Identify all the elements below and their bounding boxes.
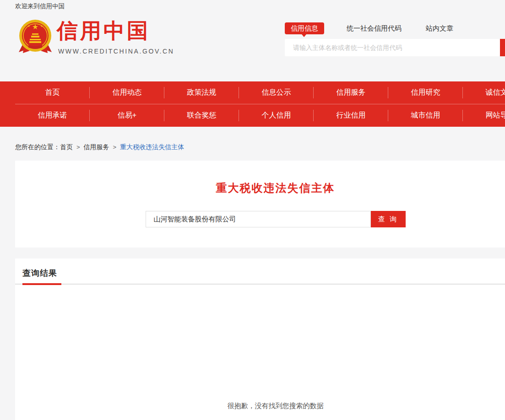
nav-item-joint-reward-punishment[interactable]: 联合奖惩 [164,104,239,127]
header-search-box [285,39,500,56]
breadcrumb-separator: > [76,144,80,151]
site-name: 信用中国 [57,20,150,41]
nav-item-personal-credit[interactable]: 个人信用 [239,104,314,127]
nav-item-credit-services[interactable]: 信用服务 [314,81,388,104]
nav-item-site-navigation[interactable]: 网站导航 [463,104,505,127]
nav-item-credit-news[interactable]: 信用动态 [90,81,164,104]
content-area: 您所在的位置：首页>信用服务>重大税收违法失信主体 重大税收违法失信主体 查 询… [0,127,505,420]
nav-row-1: 首页 信用动态 政策法规 信息公示 信用服务 信用研究 诚信文化 [0,81,505,104]
results-heading: 查询结果 [22,268,505,279]
header-search-input[interactable] [285,39,500,56]
nav-item-home[interactable]: 首页 [15,81,90,104]
nav-item-policy-regulations[interactable]: 政策法规 [164,81,239,104]
breadcrumb-credit-services-link[interactable]: 信用服务 [84,143,109,151]
main-nav: 首页 信用动态 政策法规 信息公示 信用服务 信用研究 诚信文化 信用承诺 信易… [0,81,505,127]
site-url: WWW.CREDITCHINA.GOV.CN [58,48,174,55]
breadcrumb-prefix: 您所在的位置： [15,143,60,151]
welcome-text: 欢迎来到信用中国 [0,0,505,13]
tab-site-articles[interactable]: 站内文章 [426,22,453,34]
results-heading-bar: 查询结果 [15,258,505,285]
results-panel: 查询结果 很抱歉，没有找到您搜索的数据 [15,258,505,420]
query-search-input[interactable] [146,211,371,227]
site-header: 信用中国 WWW.CREDITCHINA.GOV.CN 信用信息 统一社会信用代… [0,13,505,81]
tab-credit-info[interactable]: 信用信息 [285,22,324,34]
breadcrumb: 您所在的位置：首页>信用服务>重大税收违法失信主体 [0,127,505,161]
nav-item-info-disclosure[interactable]: 信息公示 [239,81,314,104]
query-panel: 重大税收违法失信主体 查 询 [15,161,505,248]
nav-item-industry-credit[interactable]: 行业信用 [314,104,388,127]
tab-unified-social-credit-code[interactable]: 统一社会信用代码 [347,22,402,34]
nav-row-2: 信用承诺 信易+ 联合奖惩 个人信用 行业信用 城市信用 网站导航 [0,104,505,127]
breadcrumb-separator: > [113,144,117,151]
page-title: 重大税收违法失信主体 [15,161,505,194]
national-emblem-icon [18,18,52,56]
breadcrumb-current-page[interactable]: 重大税收违法失信主体 [120,143,184,151]
nav-item-credit-commitment[interactable]: 信用承诺 [15,104,90,127]
query-search-button[interactable]: 查 询 [371,211,406,227]
breadcrumb-home-link[interactable]: 首页 [60,143,73,151]
header-search-button[interactable] [500,39,505,56]
site-logo[interactable] [18,18,52,56]
nav-item-credit-research[interactable]: 信用研究 [388,81,463,104]
panel-gap [0,248,505,258]
nav-item-city-credit[interactable]: 城市信用 [388,104,463,127]
nav-item-integrity-culture[interactable]: 诚信文化 [463,81,505,104]
query-search-row: 查 询 [15,211,505,227]
nav-item-xinyi-plus[interactable]: 信易+ [90,104,164,127]
empty-state-message: 很抱歉，没有找到您搜索的数据 [15,402,505,410]
header-search-tabs: 信用信息 统一社会信用代码 站内文章 [285,22,505,35]
